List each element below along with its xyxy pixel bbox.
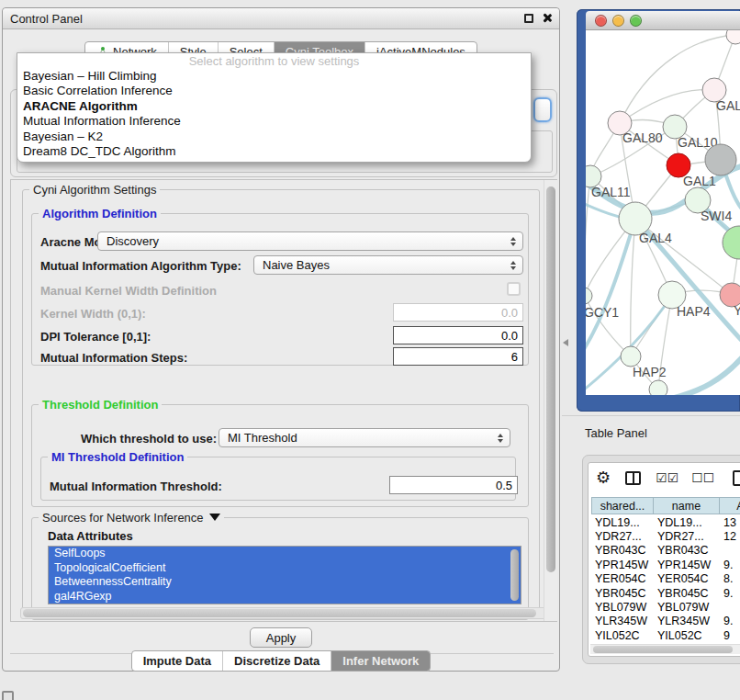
zoom-traffic-light-icon[interactable]: [630, 15, 642, 27]
settings-panel: Cyni Algorithm Settings Algorithm Defini…: [10, 179, 557, 622]
table-cell: 12: [720, 529, 740, 543]
network-node[interactable]: [726, 30, 740, 44]
tab-discretize-data[interactable]: Discretize Data: [222, 651, 331, 671]
kernel-width-label: Kernel Width (0,1):: [40, 307, 146, 321]
manual-kernel-width-checkbox: [507, 282, 521, 296]
table-row[interactable]: YLR345WYLR345W9.: [591, 615, 740, 628]
dpi-tolerance-label: DPI Tolerance [0,1]:: [40, 330, 151, 344]
mi-threshold-input[interactable]: 0.5: [389, 476, 518, 494]
gear-icon[interactable]: ⚙: [596, 469, 611, 486]
table-body: YDL19...YDL19...13YDR27...YDR27...12YBR0…: [591, 515, 740, 645]
data-attributes-list[interactable]: SelfLoopsTopologicalCoefficientBetweenne…: [48, 546, 521, 604]
table-column-header[interactable]: A: [720, 497, 740, 514]
collapse-arrow-icon[interactable]: [209, 514, 220, 521]
table-column-header[interactable]: name: [654, 497, 720, 514]
network-canvas[interactable]: GALGAL80GAL10GAL1GAL11SWI4GAL4GCY1HAP4YH…: [586, 30, 740, 395]
table-panel-divider: [562, 415, 740, 416]
attributes-list-scrollbar[interactable]: [510, 549, 519, 601]
bottom-tabbar: Impute Data Discretize Data Infer Networ…: [3, 650, 559, 672]
algorithm-dropdown-list: Bayesian – Hill ClimbingBasic Correlatio…: [17, 69, 531, 159]
table-cell: YPR145W: [591, 558, 654, 571]
settings-vertical-scrollbar[interactable]: [544, 180, 557, 621]
table-panel-title: Table Panel: [585, 426, 647, 440]
table-cell: YDL19...: [591, 515, 654, 529]
table-cell: [720, 600, 740, 614]
document-icon[interactable]: [733, 470, 740, 486]
data-attribute-item[interactable]: gal4RGexp: [49, 590, 521, 604]
table-column-header[interactable]: shared...: [591, 497, 654, 514]
threshold-definition-title: Threshold Definition: [39, 398, 162, 412]
network-node[interactable]: [586, 288, 592, 304]
minimized-panel-icon[interactable]: [2, 691, 14, 700]
table-cell: YIL052C: [591, 628, 654, 642]
apply-button[interactable]: Apply: [250, 627, 312, 648]
deselect-all-checkboxes-icon[interactable]: ☐☐: [691, 470, 714, 485]
split-pane-handle-icon[interactable]: [563, 339, 568, 346]
table-cell: YDR27...: [591, 529, 654, 543]
table-horizontal-scrollbar-thumb[interactable]: [593, 646, 733, 653]
settings-horizontal-scrollbar[interactable]: [20, 607, 551, 619]
network-node[interactable]: [621, 346, 641, 367]
network-node[interactable]: [705, 144, 736, 175]
table-cell: YLR345W: [654, 615, 720, 628]
table-row[interactable]: YIL052CYIL052C9: [591, 628, 740, 642]
aracne-mode-value: Discovery: [107, 234, 159, 248]
algorithm-option[interactable]: Basic Correlation Inference: [17, 84, 531, 98]
minimize-traffic-light-icon[interactable]: [612, 15, 624, 27]
data-attribute-item[interactable]: BetweennessCentrality: [49, 575, 521, 590]
data-attribute-item[interactable]: SelfLoops: [49, 547, 521, 561]
which-threshold-combobox[interactable]: MI Threshold: [219, 428, 510, 447]
network-node[interactable]: [649, 380, 667, 395]
network-view-window: GALGAL80GAL10GAL1GAL11SWI4GAL4GCY1HAP4YH…: [577, 9, 740, 412]
algorithm-option[interactable]: Bayesian – K2: [17, 130, 531, 144]
control-panel-titlebar: Control Panel: [3, 8, 559, 29]
mi-algorithm-type-combobox[interactable]: Naive Bayes: [253, 255, 523, 275]
table-cell: 13: [720, 515, 740, 529]
tab-infer-network[interactable]: Infer Network: [331, 651, 430, 671]
table-row[interactable]: YBR045CYBR045C9.: [591, 586, 740, 600]
table-cell: 9.: [720, 615, 740, 628]
split-columns-icon[interactable]: [625, 471, 641, 485]
table-row[interactable]: YBR043CYBR043C: [591, 544, 740, 558]
network-node[interactable]: [723, 226, 740, 259]
network-edge: [586, 176, 590, 296]
table-row[interactable]: YPR145WYPR145W9.: [591, 558, 740, 571]
dpi-tolerance-input[interactable]: 0.0: [393, 326, 523, 344]
table-cell: [720, 544, 740, 558]
network-node-label: HAP2: [633, 365, 667, 379]
settings-vertical-scrollbar-thumb[interactable]: [546, 186, 555, 572]
which-threshold-value: MI Threshold: [228, 431, 297, 445]
network-node-label: SWI4: [701, 209, 732, 223]
table-row[interactable]: YBL079WYBL079W: [591, 600, 740, 614]
aracne-mode-combobox[interactable]: Discovery: [97, 231, 523, 251]
select-all-checkboxes-icon[interactable]: ☑☑: [656, 470, 678, 485]
cyni-algorithm-settings-title: Cyni Algorithm Settings: [29, 183, 160, 197]
data-attribute-item[interactable]: TopologicalCoefficient: [49, 561, 521, 576]
network-node-label: GAL4: [639, 231, 672, 245]
algorithm-option[interactable]: Mutual Information Inference: [17, 114, 531, 129]
algorithm-option[interactable]: Bayesian – Hill Climbing: [17, 69, 531, 84]
table-panel-body: ⚙☑☑☐☐ shared...nameA YDL19...YDL19...13Y…: [588, 462, 740, 657]
mi-steps-input[interactable]: 6: [393, 347, 523, 366]
sources-title-text: Sources for Network Inference: [42, 511, 204, 525]
network-node-label: GCY1: [586, 305, 619, 320]
algorithm-combobox-fragment[interactable]: [533, 97, 552, 122]
table-cell: YDL19...: [654, 515, 720, 529]
table-horizontal-scrollbar[interactable]: [590, 644, 740, 654]
table-cell: 9: [720, 628, 740, 642]
table-cell: YBR045C: [654, 586, 720, 600]
settings-horizontal-scrollbar-thumb[interactable]: [23, 609, 536, 617]
table-row[interactable]: YDR27...YDR27...12: [591, 529, 740, 543]
close-traffic-light-icon[interactable]: [595, 15, 607, 27]
network-edge: [631, 219, 635, 356]
close-icon[interactable]: [542, 13, 552, 23]
tab-impute-data[interactable]: Impute Data: [132, 651, 222, 671]
table-row[interactable]: YER054CYER054C8.: [591, 572, 740, 586]
network-window-titlebar[interactable]: [586, 11, 740, 30]
float-window-icon[interactable]: [524, 14, 533, 23]
algorithm-option[interactable]: Dream8 DC_TDC Algorithm: [17, 144, 531, 159]
mi-threshold-label: Mutual Information Threshold:: [50, 480, 222, 493]
table-row[interactable]: YDL19...YDL19...13: [591, 515, 740, 529]
algorithm-option[interactable]: ARACNE Algorithm: [17, 99, 531, 114]
network-node-label: Y: [734, 303, 740, 318]
